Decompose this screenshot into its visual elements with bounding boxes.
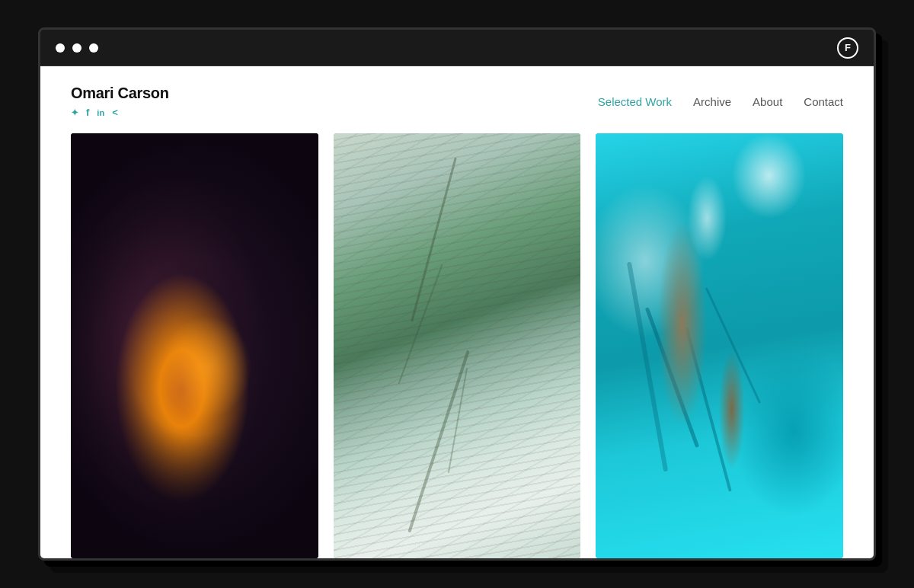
browser-content: Omari Carson ✦ f in < Selected Work Arch… [40,66,874,558]
browser-toolbar: F [40,30,874,66]
image-turquoise[interactable] [596,133,843,558]
site-nav: Selected Work Archive About Contact [598,95,843,108]
nav-contact[interactable]: Contact [804,95,843,108]
turquoise-overlay [596,133,843,558]
nav-about[interactable]: About [753,95,782,108]
site-name[interactable]: Omari Carson [71,85,169,102]
traffic-lights [56,43,98,53]
image-mudflats[interactable] [334,133,581,558]
site-logo-area: Omari Carson ✦ f in < [71,85,169,118]
frameless-icon[interactable]: F [837,37,858,59]
traffic-light-1[interactable] [56,43,65,53]
nav-archive[interactable]: Archive [693,95,731,108]
share-icon[interactable]: < [112,107,118,118]
nav-selected-work[interactable]: Selected Work [598,95,672,108]
image-grid [40,133,874,558]
facebook-icon[interactable]: f [86,107,89,118]
traffic-light-2[interactable] [72,43,81,53]
site-header: Omari Carson ✦ f in < Selected Work Arch… [40,66,874,133]
traffic-light-3[interactable] [89,43,98,53]
browser-window: F Omari Carson ✦ f in < Selected Work Ar… [38,27,876,561]
twitter-icon[interactable]: ✦ [71,107,78,118]
image-nebula[interactable] [71,133,318,558]
linkedin-icon[interactable]: in [97,108,104,117]
social-icons: ✦ f in < [71,107,169,118]
mudflats-overlay [334,133,581,558]
